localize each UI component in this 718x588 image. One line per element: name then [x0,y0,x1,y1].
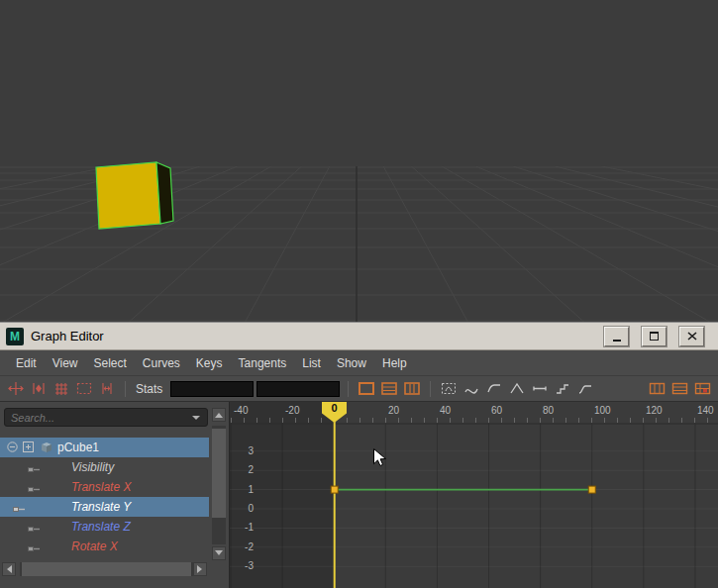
channel-icon[interactable] [28,483,41,497]
close-button[interactable] [679,327,704,346]
stats-label: Stats [136,382,162,396]
auto-tangent-icon[interactable] [439,379,459,399]
close-icon [687,332,697,341]
search-dropdown-icon[interactable] [192,416,200,424]
flat-tangent-icon[interactable] [530,379,550,399]
right-arrow-icon [197,565,206,573]
menu-item-list[interactable]: List [294,350,329,376]
mouse-cursor [372,447,388,469]
maximize-button[interactable] [642,327,667,346]
menu-item-view[interactable]: View [45,350,86,376]
channel-icon[interactable] [28,523,41,537]
time-tick-label: 20 [388,405,399,416]
grid-snap-icon[interactable] [692,379,712,399]
absolute-view-icon[interactable] [357,379,376,399]
menu-item-help[interactable]: Help [374,350,415,376]
ruler-ticks [230,418,718,423]
viewport-3d[interactable] [0,0,718,322]
plateau-tangent-icon[interactable] [575,379,595,399]
channel-label: Translate X [71,480,131,494]
expand-icon[interactable] [23,441,34,455]
down-arrow-icon [215,550,223,559]
node-label: pCube1 [57,441,99,454]
channel-label: Rotate X [71,539,118,553]
value-snap-icon[interactable] [669,379,689,399]
tree-row-rotate-x[interactable]: Rotate X [0,537,209,556]
stats-time-field[interactable] [170,381,254,397]
maya-app-icon[interactable]: M [6,328,24,345]
menu-item-tangents[interactable]: Tangents [231,350,295,376]
time-ruler[interactable]: -40 -20 20 40 60 80 100 120 140 0 [230,402,718,424]
cube-front-face[interactable] [96,162,160,229]
menu-item-show[interactable]: Show [329,350,374,376]
time-tick-label: 100 [594,405,611,416]
menu-item-keys[interactable]: Keys [188,350,231,376]
move-nearest-picked-key-tool-icon[interactable] [6,379,26,399]
cube-node-icon [40,441,53,457]
tree-row-translate-y[interactable]: Translate Y [0,497,209,517]
channel-label: Visibility [71,460,114,474]
step-tangent-icon[interactable] [553,379,572,399]
stacked-view-icon[interactable] [379,379,399,399]
menu-item-edit[interactable]: Edit [8,350,45,376]
sky-region [0,0,718,166]
plot-canvas[interactable] [230,402,718,588]
scroll-left-button[interactable] [2,562,16,576]
vertical-scroll-thumb[interactable] [212,429,226,518]
keyframe-end[interactable] [588,486,595,493]
menu-item-curves[interactable]: Curves [135,350,188,376]
current-time-label: 0 [331,402,337,423]
toolbar-separator [125,381,126,397]
scroll-right-button[interactable] [193,562,207,576]
insert-keys-tool-icon[interactable] [29,379,49,399]
value-tick-label: -1 [230,522,254,533]
minimize-icon [613,340,621,342]
time-tick-label: -20 [285,405,299,416]
time-tick-label: 40 [440,405,451,416]
region-keys-tool-icon[interactable] [74,379,94,399]
retime-tool-icon[interactable] [97,379,117,399]
stats-value-field[interactable] [256,381,340,397]
lattice-deform-keys-tool-icon[interactable] [51,379,71,399]
channel-icon[interactable] [13,503,26,517]
spline-tangent-icon[interactable] [462,379,481,399]
tree-row-visibility[interactable]: Visibility [0,457,209,477]
maya-screen: M Graph Editor Edit View Select Curves K… [0,0,718,588]
search-input[interactable] [5,412,192,424]
keyframe-start[interactable] [331,486,338,493]
horizontal-scroll-thumb[interactable] [22,562,191,576]
channel-icon[interactable] [28,463,41,477]
maximize-icon [650,332,659,341]
pcube1-object[interactable] [96,162,173,229]
menubar: Edit View Select Curves Keys Tangents Li… [0,350,718,376]
graph-view[interactable]: -40 -20 20 40 60 80 100 120 140 0 3 2 1 … [230,402,718,588]
horizontal-scrollbar[interactable] [2,562,207,576]
channel-icon[interactable] [28,542,41,556]
tree-row-translate-x[interactable]: Translate X [0,477,209,497]
value-tick-label: -3 [230,560,254,571]
value-tick-label: 1 [230,484,254,495]
time-snap-icon[interactable] [647,379,667,399]
toolbar-separator [430,381,431,397]
up-arrow-icon [215,409,223,418]
vertical-scrollbar[interactable] [212,426,226,544]
normalized-view-icon[interactable] [402,379,422,399]
linear-tangent-icon[interactable] [507,379,527,399]
collapse-icon[interactable] [7,441,18,455]
menu-item-select[interactable]: Select [85,350,134,376]
tree-row-pcube1[interactable]: pCube1 [0,438,209,457]
time-tick-label: -40 [234,405,248,416]
time-tick-label: 80 [543,405,554,416]
window-titlebar[interactable]: M Graph Editor [0,323,718,350]
window-title: Graph Editor [31,329,104,343]
channel-label: Translate Z [71,520,131,534]
minimize-button[interactable] [604,327,629,346]
toolbar: Stats [0,376,718,402]
toolbar-separator [348,381,349,397]
scroll-up-button[interactable] [212,408,226,422]
horizontal-scroll-track[interactable] [20,562,193,576]
clamped-tangent-icon[interactable] [484,379,504,399]
search-box[interactable] [4,408,208,427]
tree-row-translate-z[interactable]: Translate Z [0,517,209,537]
scroll-down-button[interactable] [212,546,226,560]
